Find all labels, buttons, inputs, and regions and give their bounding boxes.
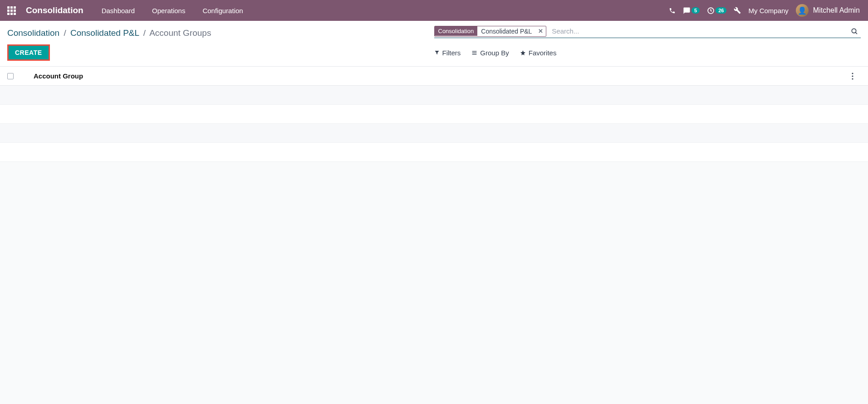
- breadcrumb-separator: /: [143, 28, 146, 38]
- phone-icon[interactable]: [669, 7, 676, 14]
- tools-icon[interactable]: [734, 7, 741, 14]
- navbar-right: 5 26 My Company 👤 Mitchell Admin: [669, 4, 864, 17]
- table-row: [0, 105, 868, 124]
- svg-point-1: [852, 29, 856, 33]
- groupby-button[interactable]: Group By: [471, 49, 509, 57]
- filters-label: Filters: [442, 49, 461, 57]
- list-view: Account Group: [0, 67, 868, 162]
- user-menu[interactable]: 👤 Mitchell Admin: [796, 4, 864, 17]
- table-row: [0, 143, 868, 162]
- select-all-cell: [7, 73, 20, 79]
- messages-badge: 5: [691, 7, 700, 14]
- activities-badge: 26: [716, 7, 726, 14]
- avatar: 👤: [796, 4, 809, 17]
- svg-point-8: [852, 78, 853, 79]
- nav-operations[interactable]: Operations: [147, 7, 190, 15]
- facet-remove-icon[interactable]: ✕: [535, 28, 546, 34]
- search-input[interactable]: [549, 25, 848, 37]
- table-header-row: Account Group: [0, 67, 868, 86]
- breadcrumb-link-pl[interactable]: Consolidated P&L: [70, 28, 139, 38]
- svg-line-2: [856, 32, 857, 34]
- column-header-account-group[interactable]: Account Group: [33, 72, 852, 80]
- filters-button[interactable]: Filters: [434, 49, 461, 57]
- breadcrumb-current: Account Groups: [149, 28, 211, 38]
- messages-icon[interactable]: 5: [683, 7, 700, 15]
- facet-value: Consolidated P&L: [477, 26, 535, 36]
- breadcrumb: Consolidation / Consolidated P&L / Accou…: [7, 25, 211, 42]
- filter-icon: [434, 50, 440, 55]
- search-facet: Consolidation Consolidated P&L ✕: [434, 26, 547, 37]
- user-name: Mitchell Admin: [813, 6, 860, 15]
- create-button[interactable]: CREATE: [7, 44, 50, 61]
- favorites-label: Favorites: [529, 49, 557, 57]
- search-options: Filters Group By Favorites: [434, 49, 861, 57]
- optional-columns-icon[interactable]: [852, 73, 861, 80]
- app-title[interactable]: Consolidation: [26, 5, 83, 15]
- top-navbar: Consolidation Dashboard Operations Confi…: [0, 0, 868, 21]
- company-selector[interactable]: My Company: [748, 7, 788, 15]
- search-icon[interactable]: [848, 28, 861, 35]
- table-row: [0, 86, 868, 105]
- nav-dashboard[interactable]: Dashboard: [97, 7, 139, 15]
- select-all-checkbox[interactable]: [7, 73, 14, 79]
- svg-point-7: [852, 75, 853, 77]
- list-icon: [471, 50, 477, 56]
- search-area: Consolidation Consolidated P&L ✕: [434, 25, 861, 38]
- control-panel: Consolidation / Consolidated P&L / Accou…: [0, 21, 868, 67]
- star-icon: [520, 50, 526, 56]
- navbar-left: Consolidation Dashboard Operations Confi…: [7, 5, 248, 15]
- groupby-label: Group By: [480, 49, 509, 57]
- empty-table-body: [0, 86, 868, 162]
- control-panel-top: Consolidation / Consolidated P&L / Accou…: [0, 21, 868, 42]
- breadcrumb-link-consolidation[interactable]: Consolidation: [7, 28, 59, 38]
- table-row: [0, 124, 868, 143]
- search-box: Consolidation Consolidated P&L ✕: [434, 25, 861, 38]
- apps-icon[interactable]: [7, 6, 16, 15]
- favorites-button[interactable]: Favorites: [520, 49, 557, 57]
- facet-label: Consolidation: [435, 26, 478, 36]
- control-panel-bottom: CREATE Filters Group By Favorites: [0, 42, 868, 66]
- breadcrumb-separator: /: [64, 28, 66, 38]
- nav-configuration[interactable]: Configuration: [198, 7, 247, 15]
- activities-icon[interactable]: 26: [707, 7, 726, 15]
- svg-point-6: [852, 73, 853, 74]
